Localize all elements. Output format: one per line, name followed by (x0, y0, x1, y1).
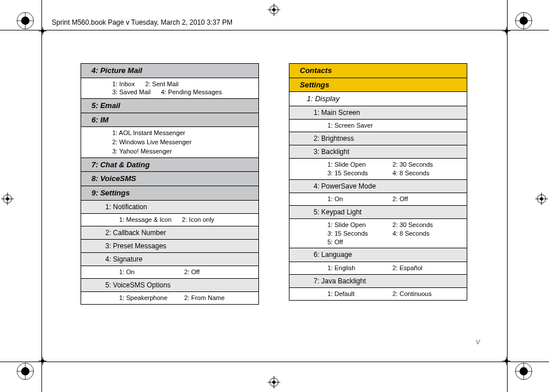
right-column: Contacts Settings 1: Display 1: Main Scr… (289, 63, 467, 305)
page-number: v (476, 337, 480, 346)
opt: 3: Saved Mail (112, 88, 151, 97)
opt: 1: English (327, 264, 382, 272)
menu-backlight-opts: 1: Slide Open 2: 30 Seconds 3: 15 Second… (289, 159, 467, 180)
opt: 1: On (119, 268, 174, 276)
menu-notification-opts: 1: Message & Icon 2: Icon only (81, 214, 259, 226)
menu-email: 5: Email (81, 99, 259, 113)
crop-corner-icon (39, 357, 47, 365)
opt: 5: Off (327, 238, 343, 247)
registration-mark-icon (514, 11, 533, 30)
menu-callback: 2: Callback Number (81, 226, 259, 240)
menu-brightness: 2: Brightness (289, 132, 467, 145)
menu-im-opts: 1: AOL Instant Messenger 2: Windows Live… (81, 127, 259, 158)
svg-point-7 (520, 17, 528, 25)
menu-picture-mail-opts: 1: Inbox 2: Sent Mail 3: Saved Mail 4: P… (81, 78, 259, 99)
section-contacts: Contacts (289, 63, 467, 78)
menu-backlight: 3: Backlight (289, 145, 467, 159)
opt: 1: Default (327, 290, 382, 298)
menu-signature-opts: 1: On 2: Off (81, 266, 259, 279)
opt: 2: Español (392, 264, 422, 272)
opt: 1: Message & Icon (119, 216, 171, 224)
menu-java-backlight: 7: Java Backlight (289, 275, 467, 288)
menu-notification: 1: Notification (81, 201, 259, 214)
opt: 4: Pending Messages (161, 88, 222, 97)
menu-keypad-opts: 1: Slide Open 2: 30 Seconds 3: 15 Second… (289, 219, 467, 249)
crop-line (0, 30, 549, 30)
content-columns: 4: Picture Mail 1: Inbox 2: Sent Mail 3:… (81, 63, 467, 305)
opt: 2: 30 Seconds (392, 221, 433, 229)
target-icon (268, 3, 280, 16)
menu-signature: 4: Signature (81, 253, 259, 266)
menu-picture-mail: 4: Picture Mail (81, 63, 259, 78)
menu-voicesms: 8: VoiceSMS (81, 172, 259, 186)
target-icon (535, 193, 548, 205)
opt: 1: Screen Saver (327, 121, 373, 130)
target-icon (1, 193, 14, 205)
opt: 2: Windows Live Messenger (112, 138, 255, 147)
opt: 2: Icon only (182, 216, 214, 224)
crop-corner-icon (502, 357, 510, 365)
menu-im: 6: IM (81, 113, 259, 128)
crop-corner-icon (502, 27, 510, 35)
target-icon (268, 376, 280, 389)
svg-point-3 (21, 17, 29, 25)
opt: 2: Off (184, 268, 200, 276)
menu-java-backlight-opts: 1: Default 2: Continuous (289, 288, 467, 301)
opt: 1: Slide Open (327, 160, 382, 169)
menu-main-screen: 1: Main Screen (289, 106, 467, 120)
opt: 1: AOL Instant Messenger (112, 129, 255, 137)
menu-powersave-opts: 1: On 2: Off (289, 193, 467, 206)
opt: 4: 8 Seconds (392, 169, 429, 178)
svg-point-15 (520, 367, 528, 375)
registration-mark-icon (16, 11, 35, 30)
menu-vsms-options: 5: VoiceSMS Options (81, 279, 259, 292)
section-settings: Settings (289, 78, 467, 93)
opt: 2: Continuous (392, 290, 432, 298)
registration-mark-icon (16, 362, 35, 381)
crop-line (507, 0, 508, 392)
opt: 3: 15 Seconds (327, 229, 382, 238)
book-header: Sprint M560.book Page v Tuesday, March 2… (52, 18, 232, 26)
opt: 2: From Name (184, 294, 224, 302)
registration-mark-icon (514, 362, 533, 381)
opt: 2: Off (392, 195, 408, 203)
opt: 3: 15 Seconds (327, 169, 382, 178)
menu-preset: 3: Preset Messages (81, 240, 259, 253)
menu-powersave: 4: PowerSave Mode (289, 180, 467, 193)
crop-corner-icon (39, 27, 47, 35)
opt: 4: 8 Seconds (392, 229, 429, 238)
opt: 3: Yahoo! Messenger (112, 147, 255, 156)
opt: 2: Sent Mail (145, 80, 178, 89)
opt: 1: Speakerphone (119, 294, 174, 302)
svg-point-11 (21, 367, 29, 375)
menu-keypad: 5: Keypad Light (289, 206, 467, 219)
menu-main-screen-opts: 1: Screen Saver (289, 120, 467, 132)
opt: 1: On (327, 195, 382, 203)
menu-settings: 9: Settings (81, 186, 259, 201)
menu-display: 1: Display (289, 92, 467, 106)
menu-language-opts: 1: English 2: Español (289, 262, 467, 275)
opt: 1: Slide Open (327, 221, 382, 229)
opt: 1: Inbox (112, 80, 135, 89)
opt: 2: 30 Seconds (392, 160, 433, 169)
menu-vsms-options-opts: 1: Speakerphone 2: From Name (81, 292, 259, 305)
menu-language: 6: Language (289, 248, 467, 262)
crop-line (0, 362, 549, 362)
menu-chat-dating: 7: Chat & Dating (81, 158, 259, 172)
left-column: 4: Picture Mail 1: Inbox 2: Sent Mail 3:… (81, 63, 259, 305)
crop-line (41, 0, 42, 392)
